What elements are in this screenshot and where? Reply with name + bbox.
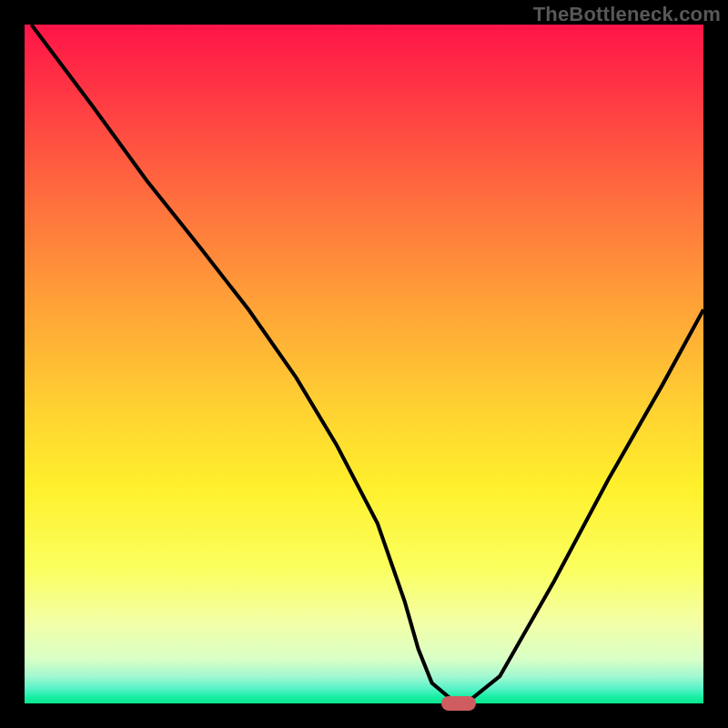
bottleneck-curve <box>25 25 703 703</box>
chart-root: TheBottleneck.com <box>0 0 728 728</box>
plot-area <box>25 25 703 703</box>
optimal-marker <box>441 696 476 711</box>
watermark-text: TheBottleneck.com <box>533 3 721 26</box>
